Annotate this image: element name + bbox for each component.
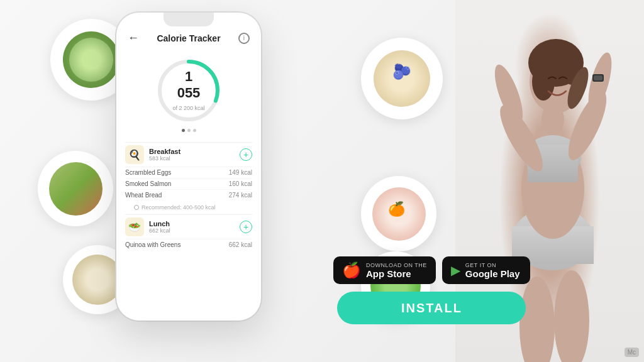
dot-2 (187, 129, 191, 132)
info-icon[interactable]: i (238, 33, 250, 44)
plate-asparagus (38, 151, 113, 226)
back-icon[interactable]: ← (128, 31, 139, 45)
phone-mockup: ← Calorie Tracker i 1 055 of 2 200 kcal … (116, 13, 261, 321)
breakfast-icon: 🍳 (125, 145, 144, 164)
lunch-add-button[interactable]: + (240, 221, 252, 233)
google-play-text: GET IT ON Google Play (465, 262, 520, 279)
install-label: INSTALL (401, 301, 462, 315)
quinoa-name: Quinoa with Greens (125, 241, 180, 248)
app-store-top-line: Download on the (366, 262, 427, 268)
calorie-total: of 2 200 kcal (172, 105, 204, 111)
install-button[interactable]: INSTALL (337, 292, 526, 324)
download-area: 🍎 Download on the App Store ▶ GET IT ON … (333, 256, 530, 324)
google-play-top-line: GET IT ON (465, 262, 520, 268)
calorie-section: 1 055 of 2 200 kcal (116, 50, 261, 137)
quinoa-kcal: 662 kcal (229, 241, 252, 248)
smoked-salmon-name: Smoked Salmon (125, 180, 171, 187)
store-buttons: 🍎 Download on the App Store ▶ GET IT ON … (333, 256, 530, 284)
google-play-bottom-line: Google Play (465, 268, 520, 279)
calorie-circle: 1 055 of 2 200 kcal (154, 56, 223, 125)
dot-1 (182, 129, 185, 132)
breakfast-title-group: Breakfast 583 kcal (149, 148, 240, 162)
lunch-title-group: Lunch 662 kcal (149, 220, 240, 234)
wheat-bread-kcal: 274 kcal (229, 192, 252, 199)
google-play-button[interactable]: ▶ GET IT ON Google Play (442, 256, 530, 284)
breakfast-name: Breakfast (149, 148, 240, 155)
calorie-text: 1 055 of 2 200 kcal (172, 69, 206, 112)
wheat-bread-name: Wheat Bread (125, 192, 162, 199)
lunch-name: Lunch (149, 220, 240, 228)
plate-fruits (361, 176, 436, 251)
phone-header: ← Calorie Tracker i (116, 26, 261, 50)
scrambled-eggs-kcal: 149 kcal (229, 169, 252, 176)
phone-title: Calorie Tracker (157, 33, 220, 43)
svg-rect-20 (594, 75, 602, 80)
svg-point-16 (532, 63, 555, 101)
scrambled-eggs-name: Scrambled Eggs (125, 169, 171, 176)
app-store-button[interactable]: 🍎 Download on the App Store (333, 256, 436, 284)
breakfast-add-button[interactable]: + (240, 148, 252, 161)
dot-3 (193, 129, 196, 132)
lunch-kcal: 662 kcal (149, 228, 240, 234)
lunch-header: 🥗 Lunch 662 kcal + (125, 214, 252, 239)
lunch-icon: 🥗 (125, 217, 144, 236)
svg-point-3 (554, 270, 589, 362)
quinoa-row: Quinoa with Greens 662 kcal (125, 239, 252, 250)
play-icon: ▶ (451, 263, 460, 278)
app-store-bottom-line: App Store (366, 268, 427, 279)
plate-berries (361, 38, 443, 119)
meal-list: 🍳 Breakfast 583 kcal + Scrambled Eggs 14… (116, 142, 261, 250)
scrambled-eggs-row: Scrambled Eggs 149 kcal (125, 167, 252, 178)
breakfast-kcal: 583 kcal (149, 155, 240, 162)
dots-indicator (182, 129, 196, 132)
recommendation-note: Recommended: 400-500 kcal (125, 200, 252, 214)
watermark: Mc (625, 348, 639, 357)
phone-notch (164, 13, 214, 26)
recommend-dot (134, 205, 139, 210)
breakfast-header: 🍳 Breakfast 583 kcal + (125, 142, 252, 167)
smoked-salmon-row: Smoked Salmon 160 kcal (125, 178, 252, 189)
app-store-text: Download on the App Store (366, 262, 427, 279)
smoked-salmon-kcal: 160 kcal (229, 180, 252, 187)
calorie-number: 1 055 (172, 69, 206, 101)
apple-icon: 🍎 (342, 261, 361, 279)
wheat-bread-row: Wheat Bread 274 kcal (125, 189, 252, 200)
recommendation-text: Recommended: 400-500 kcal (142, 204, 216, 211)
